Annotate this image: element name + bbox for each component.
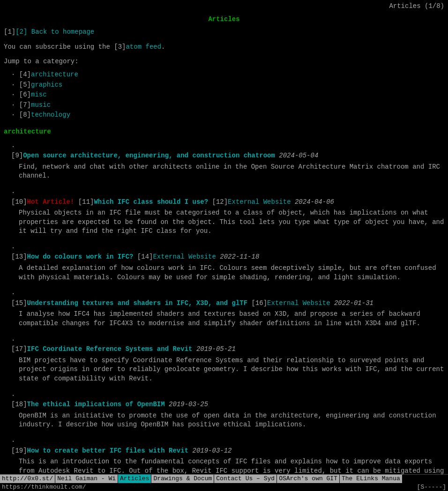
tab-drawings[interactable]: Drawings & Docum xyxy=(151,475,214,483)
article-title-line: [19]How to create better IFC files with … xyxy=(11,446,444,456)
article-link-17[interactable]: IFC Coordinate Reference Systems and Rev… xyxy=(27,345,193,353)
article-desc-15: I analyse how IFC4 has implemented shade… xyxy=(19,310,444,328)
category-link-architecture[interactable]: architecture xyxy=(31,71,78,78)
article-title-line: [13]How do colours work in IFC? [14]Exte… xyxy=(11,253,444,262)
back-link-line: [1][2] Back to homepage xyxy=(4,28,444,37)
article-desc-13: A detailed explanation of how colours wo… xyxy=(19,264,444,282)
back-num1: [1] xyxy=(4,28,15,36)
article-title-line: [18]The ethical implications of OpenBIM … xyxy=(11,400,444,409)
external-link-14[interactable]: External Website xyxy=(153,253,216,260)
article-link-11[interactable]: Which IFC class should I use? xyxy=(94,198,208,206)
article-desc-10: Physical objects in an IFC file must be … xyxy=(19,208,444,236)
back-link[interactable]: [2] xyxy=(15,28,27,36)
status-bar: http://0x0.st/ Neil Gaiman - Wi Articles… xyxy=(0,474,448,491)
tab-osarch-git[interactable]: OSArch's own GIT xyxy=(277,475,340,483)
status-indicator: [S-----] xyxy=(417,483,446,491)
tab-0x0[interactable]: http://0x0.st/ xyxy=(0,475,55,483)
list-item: [10]Hot Article! [11]Which IFC class sho… xyxy=(11,188,444,236)
category-item-misc: [6]misc xyxy=(11,90,444,100)
article-link-13[interactable]: How do colours work in IFC? xyxy=(27,253,134,260)
subscribe-num: [3] xyxy=(114,43,126,51)
category-link-music[interactable]: music xyxy=(31,101,51,109)
jump-label: Jump to a category: xyxy=(4,57,444,67)
category-list: [4]architecture [5]graphics [6]misc [7]m… xyxy=(11,70,444,120)
article-desc-9: Find, network and chat with other archit… xyxy=(19,163,444,181)
category-link-misc[interactable]: misc xyxy=(31,91,47,98)
section-heading-architecture: architecture xyxy=(4,127,444,137)
back-separator xyxy=(27,28,31,36)
subscribe-line: You can subscribe using the [3]atom feed… xyxy=(4,43,444,52)
article-desc-17: BIM projects have to specify Coordinate … xyxy=(19,356,444,384)
top-bar: Articles (1/8) xyxy=(0,0,448,13)
list-item: [15]Understanding textures and shaders i… xyxy=(11,290,444,328)
hot-label: Hot Article! xyxy=(27,198,75,206)
articles-counter: Articles (1/8) xyxy=(389,2,444,11)
article-title-line: [15]Understanding textures and shaders i… xyxy=(11,299,444,308)
article-desc-18: OpenBIM is an initiative to promote the … xyxy=(19,411,444,430)
category-item-graphics: [5]graphics xyxy=(11,81,444,90)
back-homepage-link[interactable]: Back to homepage xyxy=(31,28,94,36)
article-link-19[interactable]: How to create better IFC files with Revi… xyxy=(27,447,188,454)
list-item: [13]How do colours work in IFC? [14]Exte… xyxy=(11,244,444,282)
category-item-architecture: [4]architecture xyxy=(11,70,444,80)
article-title-line: [10]Hot Article! [11]Which IFC class sho… xyxy=(11,198,444,207)
article-link-18[interactable]: The ethical implications of OpenBIM xyxy=(27,401,165,408)
article-list-architecture: [9]Open source architecture, engineering… xyxy=(11,142,444,491)
external-link-12[interactable]: External Website xyxy=(228,198,291,206)
list-item: [9]Open source architecture, engineering… xyxy=(11,142,444,181)
article-title-line: [17]IFC Coordinate Reference Systems and… xyxy=(11,345,444,354)
status-bottom-bar: https://thinkmoult.com/ [S-----] xyxy=(0,483,448,491)
status-tab-bar: http://0x0.st/ Neil Gaiman - Wi Articles… xyxy=(0,475,448,483)
atom-feed-link[interactable]: atom feed xyxy=(126,43,161,51)
category-link-graphics[interactable]: graphics xyxy=(31,81,62,89)
article-link-15[interactable]: Understanding textures and shaders in IF… xyxy=(27,299,247,307)
tab-neil-gaiman[interactable]: Neil Gaiman - Wi xyxy=(55,475,118,483)
category-item-technology: [8]technology xyxy=(11,111,444,120)
tab-articles[interactable]: Articles xyxy=(118,475,151,483)
list-item: [18]The ethical implications of OpenBIM … xyxy=(11,391,444,430)
article-link-9[interactable]: Open source architecture, engineering, a… xyxy=(23,152,275,159)
page-title: Articles xyxy=(0,13,448,28)
tab-contact[interactable]: Contact Us – Syd xyxy=(214,475,277,483)
tab-elinks[interactable]: The ELinks Manua xyxy=(340,475,403,483)
status-url: https://thinkmoult.com/ xyxy=(2,483,86,491)
list-item: [17]IFC Coordinate Reference Systems and… xyxy=(11,336,444,384)
category-item-music: [7]music xyxy=(11,101,444,110)
external-link-16[interactable]: External Website xyxy=(267,299,330,307)
category-link-technology[interactable]: technology xyxy=(31,111,70,119)
article-title-line: [9]Open source architecture, engineering… xyxy=(11,151,444,161)
